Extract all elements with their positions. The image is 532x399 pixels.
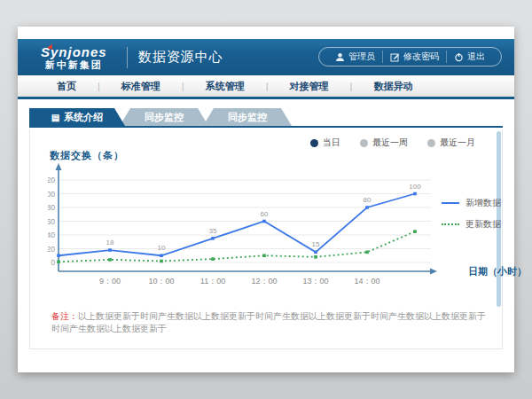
logout-button[interactable]: 退出 [446,51,492,63]
power-icon [454,52,464,62]
legend-line-dotted-icon [442,223,459,225]
nav-item-system-mgmt[interactable]: 系统管理 [184,80,266,93]
legend-line-solid-icon [442,202,459,204]
header-divider [127,47,128,68]
date-range-filter: 当日 最近一周 最近一月 [291,137,475,149]
logout-label: 退出 [467,51,485,63]
svg-text:0: 0 [51,258,55,267]
username-label: 管理员 [348,51,375,63]
user-icon [335,52,345,62]
tab-bar: ▤ 系统介绍 同步监控 同步监控 [29,108,503,126]
logo-text-cn: 新中新集团 [45,60,103,70]
svg-text:18: 18 [106,239,114,246]
nav-item-standard-mgmt[interactable]: 标准管理 [100,80,182,93]
nav-item-home[interactable]: 首页 [35,80,98,93]
svg-text:20: 20 [48,245,55,254]
legend-label: 新增数据 [466,197,501,209]
main-nav: 首页 | 标准管理 | 系统管理 | 对接管理 | 数据异动 [18,75,514,99]
app-header: Synjones 新中新集团 数据资源中心 管理员 修改密码 [18,39,514,75]
line-chart: 0204060801001209：0010：0011：0012：0013：001… [48,163,438,294]
document-icon: ▤ [51,113,59,122]
tab-label: 系统介绍 [64,111,103,124]
tab-sync-monitor-2[interactable]: 同步监控 [203,108,292,126]
chart-legend: 新增数据 更新数据 [442,197,501,239]
svg-text:35: 35 [209,227,217,235]
svg-text:12：00: 12：00 [251,277,277,286]
company-logo: Synjones 新中新集团 [28,45,116,70]
window-top-strip [18,27,514,39]
nav-item-interface-mgmt[interactable]: 对接管理 [269,80,350,93]
svg-text:100: 100 [409,183,421,191]
svg-text:11：00: 11：00 [200,277,225,286]
svg-text:120: 120 [48,176,55,184]
svg-text:60: 60 [261,210,269,218]
tab-label: 同步监控 [228,111,267,124]
note-text: 以上数据更新于时间产生数据以上数据更新于时间产生数据以上数据更新于时间产生数据以… [51,311,486,333]
svg-text:9：00: 9：00 [99,277,121,286]
chart-panel: 当日 最近一周 最近一月 数据交换（条） 0204060801001209：00… [29,129,503,349]
app-window: Synjones 新中新集团 数据资源中心 管理员 修改密码 [18,27,514,372]
nav-item-data-change[interactable]: 数据异动 [352,80,434,93]
radio-last-week[interactable]: 最近一周 [360,137,408,149]
user-menu: 管理员 修改密码 退出 [318,47,502,66]
svg-text:80: 80 [48,203,55,212]
radio-dot-icon [360,139,368,147]
svg-text:80: 80 [364,196,372,204]
tab-system-intro[interactable]: ▤ 系统介绍 [29,108,125,126]
edit-icon [390,52,400,62]
legend-item-updated-data[interactable]: 更新数据 [442,218,501,231]
tab-sync-monitor-1[interactable]: 同步监控 [120,108,208,126]
svg-text:15: 15 [312,240,320,248]
radio-label: 最近一周 [372,137,408,149]
change-password-button[interactable]: 修改密码 [382,51,446,63]
radio-label: 当日 [323,137,340,149]
radio-dot-icon [310,139,318,147]
radio-label: 最近一月 [440,137,475,149]
svg-text:10：00: 10：00 [148,277,174,286]
footer-note: 备注：以上数据更新于时间产生数据以上数据更新于时间产生数据以上数据更新于时间产生… [51,310,488,335]
legend-label: 更新数据 [466,218,501,231]
chart-x-axis-title: 日期（小时） [468,265,527,278]
svg-text:10: 10 [158,244,166,252]
svg-text:13：00: 13：00 [302,277,328,286]
svg-text:40: 40 [48,231,55,239]
radio-today[interactable]: 当日 [310,137,340,149]
radio-dot-icon [427,139,435,147]
current-user-button[interactable]: 管理员 [328,51,382,63]
svg-text:14：00: 14：00 [354,277,379,286]
svg-text:60: 60 [48,217,55,226]
tab-label: 同步监控 [145,111,184,124]
tab-underline [29,126,503,128]
chart-y-axis-title: 数据交换（条） [50,149,124,162]
radio-last-month[interactable]: 最近一月 [427,137,475,149]
svg-text:100: 100 [48,190,55,199]
page-title: 数据资源中心 [138,49,223,66]
note-label: 备注： [51,311,78,321]
legend-item-new-data[interactable]: 新增数据 [442,197,501,209]
change-password-label: 修改密码 [403,51,439,63]
content-area: ▤ 系统介绍 同步监控 同步监控 当日 最近一周 [18,99,514,349]
